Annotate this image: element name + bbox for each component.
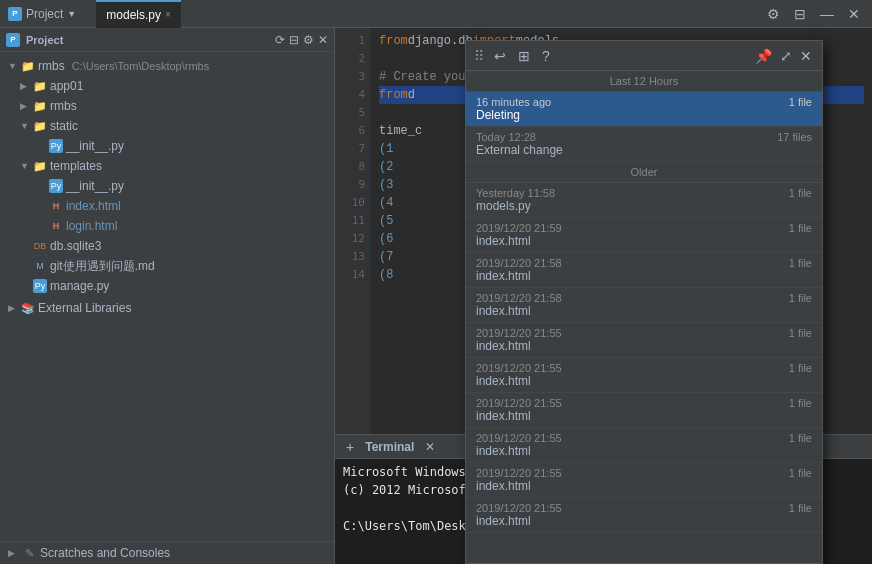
settings-icon[interactable]: ⚙ bbox=[763, 4, 784, 24]
history-entry-index-4[interactable]: 2019/12/20 21:55 1 file index.html bbox=[466, 323, 822, 358]
revert-button[interactable]: ↩ bbox=[492, 46, 508, 66]
arrow-app01: ▶ bbox=[20, 81, 30, 91]
popup-expand-icon[interactable]: ⤢ bbox=[778, 46, 794, 66]
arrow-scratches: ▶ bbox=[8, 548, 18, 558]
tree-item-init-py-static[interactable]: Py __init__.py bbox=[0, 136, 334, 156]
history-list: Last 12 Hours 16 minutes ago 1 file Dele… bbox=[466, 71, 822, 563]
history-entry-index-1[interactable]: 2019/12/20 21:59 1 file index.html bbox=[466, 218, 822, 253]
entry-time-index-5: 2019/12/20 21:55 bbox=[476, 362, 562, 374]
scratches-item[interactable]: ▶ ✎ Scratches and Consoles bbox=[0, 542, 334, 564]
tree-item-external-libs[interactable]: ▶ 📚 External Libraries bbox=[0, 298, 334, 318]
section-label-last12: Last 12 Hours bbox=[466, 71, 822, 92]
sync-icon[interactable]: ⟳ bbox=[275, 33, 285, 47]
sidebar-header-icons: ⟳ ⊟ ⚙ ✕ bbox=[275, 33, 328, 47]
folder-open-icon-templates: 📁 bbox=[33, 159, 47, 173]
history-entry-index-8[interactable]: 2019/12/20 21:55 1 file index.html bbox=[466, 463, 822, 498]
entry-time-index-4: 2019/12/20 21:55 bbox=[476, 327, 562, 339]
sidebar-project-title: Project bbox=[26, 34, 63, 46]
tree-label-login-html: login.html bbox=[66, 219, 117, 233]
terminal-title: Terminal bbox=[365, 440, 414, 454]
close-window-icon[interactable]: ✕ bbox=[844, 4, 864, 24]
tree-item-templates[interactable]: ▼ 📁 templates bbox=[0, 156, 334, 176]
entry-time-index-2: 2019/12/20 21:58 bbox=[476, 257, 562, 269]
minus-icon[interactable]: — bbox=[816, 4, 838, 24]
project-dropdown-icon[interactable]: ▼ bbox=[67, 9, 76, 19]
tree-item-manage-py[interactable]: Py manage.py bbox=[0, 276, 334, 296]
history-entry-index-5[interactable]: 2019/12/20 21:55 1 file index.html bbox=[466, 358, 822, 393]
entry-files-index-4: 1 file bbox=[789, 327, 812, 339]
tab-models-py[interactable]: models.py × bbox=[96, 0, 181, 28]
tree-label-rmbs: rmbs bbox=[38, 59, 65, 73]
entry-name-index-2: index.html bbox=[476, 269, 812, 283]
tree-item-rmbs-root[interactable]: ▼ 📁 rmbs C:\Users\Tom\Desktop\rmbs bbox=[0, 56, 334, 76]
editor-tabs: models.py × bbox=[96, 0, 181, 28]
arrow-static: ▼ bbox=[20, 121, 30, 131]
entry-time-index-6: 2019/12/20 21:55 bbox=[476, 397, 562, 409]
entry-name-deleting: Deleting bbox=[476, 108, 812, 122]
terminal-close-btn[interactable]: ✕ bbox=[422, 440, 438, 454]
popup-drag-handle[interactable]: ⠿ bbox=[474, 48, 484, 64]
tree-label-index-html: index.html bbox=[66, 199, 121, 213]
entry-files-index-2: 1 file bbox=[789, 257, 812, 269]
entry-files-index-6: 1 file bbox=[789, 397, 812, 409]
terminal-add-btn[interactable]: + bbox=[343, 439, 357, 455]
entry-name-index-5: index.html bbox=[476, 374, 812, 388]
tree-item-rmbs-inner[interactable]: ▶ 📁 rmbs bbox=[0, 96, 334, 116]
entry-time-index-9: 2019/12/20 21:55 bbox=[476, 502, 562, 514]
project-label: P Project ▼ bbox=[8, 7, 76, 21]
layout-icon[interactable]: ⊟ bbox=[790, 4, 810, 24]
collapse-icon[interactable]: ⊟ bbox=[289, 33, 299, 47]
sidebar-bottom: ▶ ✎ Scratches and Consoles bbox=[0, 541, 334, 564]
py-icon-init-static: Py bbox=[49, 139, 63, 153]
entry-name-index-1: index.html bbox=[476, 234, 812, 248]
entry-time-index-1: 2019/12/20 21:59 bbox=[476, 222, 562, 234]
popup-close-icon[interactable]: ✕ bbox=[798, 46, 814, 66]
entry-name-index-9: index.html bbox=[476, 514, 812, 528]
line-numbers: 12345 678910 11121314 bbox=[335, 28, 371, 434]
entry-files-index-1: 1 file bbox=[789, 222, 812, 234]
tab-models-py-label: models.py bbox=[106, 8, 161, 22]
py-icon-init-templates: Py bbox=[49, 179, 63, 193]
history-entry-deleting[interactable]: 16 minutes ago 1 file Deleting bbox=[466, 92, 822, 127]
popup-pin-icon[interactable]: 📌 bbox=[753, 46, 774, 66]
history-entry-index-9[interactable]: 2019/12/20 21:55 1 file index.html bbox=[466, 498, 822, 533]
tree-item-index-html[interactable]: H index.html bbox=[0, 196, 334, 216]
sidebar-close-icon[interactable]: ✕ bbox=[318, 33, 328, 47]
top-bar: P Project ▼ models.py × ⚙ ⊟ — ✕ bbox=[0, 0, 872, 28]
arrow-templates: ▼ bbox=[20, 161, 30, 171]
tree-label-init-templates: __init__.py bbox=[66, 179, 124, 193]
tab-close-icon[interactable]: × bbox=[165, 9, 171, 20]
entry-name-index-3: index.html bbox=[476, 304, 812, 318]
folder-icon-rmbs-inner: 📁 bbox=[33, 99, 47, 113]
folder-open-icon: 📁 bbox=[21, 59, 35, 73]
arrow-rmbs-inner: ▶ bbox=[20, 101, 30, 111]
tree-item-db-sqlite3[interactable]: DB db.sqlite3 bbox=[0, 236, 334, 256]
gear-icon[interactable]: ⚙ bbox=[303, 33, 314, 47]
tree-item-app01[interactable]: ▶ 📁 app01 bbox=[0, 76, 334, 96]
sidebar-tree: ▼ 📁 rmbs C:\Users\Tom\Desktop\rmbs ▶ 📁 a… bbox=[0, 52, 334, 541]
tree-item-login-html[interactable]: H login.html bbox=[0, 216, 334, 236]
history-entry-models-py[interactable]: Yesterday 11:58 1 file models.py bbox=[466, 183, 822, 218]
history-entry-external-change[interactable]: Today 12:28 17 files External change bbox=[466, 127, 822, 162]
tree-item-static[interactable]: ▼ 📁 static bbox=[0, 116, 334, 136]
history-popup: ⠿ ↩ ⊞ ? 📌 ⤢ ✕ Last 12 Hours 16 minutes a… bbox=[465, 40, 823, 564]
tree-label-static: static bbox=[50, 119, 78, 133]
arrow-rmbs: ▼ bbox=[8, 61, 18, 71]
history-entry-index-3[interactable]: 2019/12/20 21:58 1 file index.html bbox=[466, 288, 822, 323]
tree-item-init-py-templates[interactable]: Py __init__.py bbox=[0, 176, 334, 196]
project-icon: P bbox=[8, 7, 22, 21]
history-entry-index-2[interactable]: 2019/12/20 21:58 1 file index.html bbox=[466, 253, 822, 288]
history-entry-index-6[interactable]: 2019/12/20 21:55 1 file index.html bbox=[466, 393, 822, 428]
tree-label-templates: templates bbox=[50, 159, 102, 173]
folder-open-icon-static: 📁 bbox=[33, 119, 47, 133]
py-icon-manage: Py bbox=[33, 279, 47, 293]
history-entry-index-7[interactable]: 2019/12/20 21:55 1 file index.html bbox=[466, 428, 822, 463]
sidebar-header: P Project ⟳ ⊟ ⚙ ✕ bbox=[0, 28, 334, 52]
ext-libs-icon: 📚 bbox=[21, 301, 35, 315]
entry-time-ext: Today 12:28 bbox=[476, 131, 536, 143]
help-button[interactable]: ? bbox=[540, 46, 552, 66]
entry-files-index-9: 1 file bbox=[789, 502, 812, 514]
tree-item-git-md[interactable]: M git使用遇到问题.md bbox=[0, 256, 334, 276]
diff-button[interactable]: ⊞ bbox=[516, 46, 532, 66]
tree-label-app01: app01 bbox=[50, 79, 83, 93]
